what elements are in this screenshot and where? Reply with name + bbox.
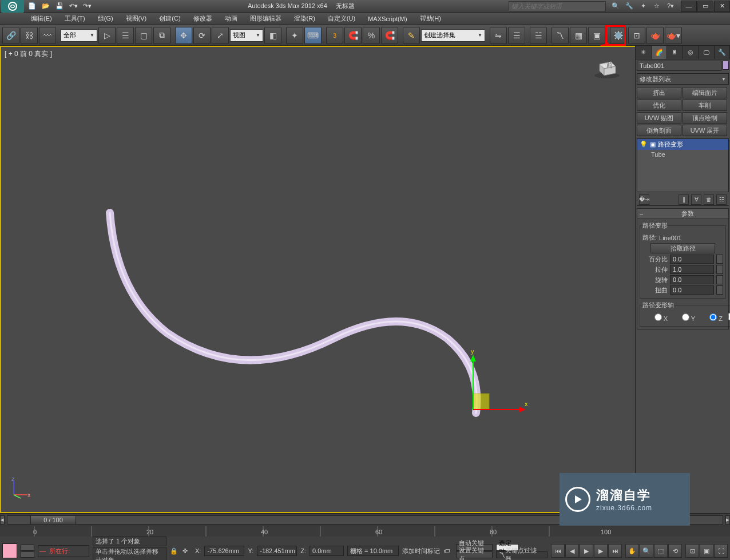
pick-path-button[interactable]: 拾取路径 — [650, 243, 715, 253]
time-tag-icon[interactable]: 🏷 — [443, 547, 453, 554]
axis-x-radio[interactable]: X — [642, 313, 668, 322]
mod-btn-optimize[interactable]: 优化 — [637, 100, 681, 111]
search-icon[interactable]: 🔍 — [609, 1, 622, 12]
twist-spinner-arrows[interactable] — [716, 285, 723, 295]
pivot-icon[interactable]: ◧ — [264, 27, 281, 44]
flip-checkbox[interactable]: 翻转 — [725, 313, 730, 323]
mod-btn-unwrap[interactable]: UVW 展开 — [683, 125, 727, 136]
stretch-spinner[interactable]: 1.0 — [670, 265, 714, 274]
named-selection-dropdown[interactable]: 创建选择集▼ — [421, 29, 485, 42]
x-field[interactable]: -75.626mm — [204, 546, 244, 556]
manipulate-icon[interactable]: ✦ — [286, 27, 303, 44]
viewport-fov-icon[interactable]: ⬚ — [654, 544, 668, 558]
mirror-icon[interactable]: ⇋ — [490, 27, 507, 44]
rotate-icon[interactable]: ⟳ — [193, 27, 211, 44]
unlink-icon[interactable]: ⛓ — [21, 27, 38, 44]
menu-customize[interactable]: 自定义(U) — [323, 13, 360, 24]
selection-filter-dropdown[interactable]: 全部▼ — [61, 29, 97, 42]
rotate-spinner-arrows[interactable] — [716, 275, 723, 284]
app-icon[interactable] — [1, 0, 24, 13]
keyboard-shortcut-icon[interactable]: ⌨ — [304, 27, 322, 44]
percent-snap-icon[interactable]: % — [363, 27, 380, 44]
link-icon[interactable]: 🔗 — [2, 27, 19, 44]
show-end-icon[interactable]: ∥ — [679, 194, 689, 205]
time-slider-thumb[interactable]: 0 / 100 — [30, 515, 76, 525]
percent-spinner[interactable]: 0.0 — [670, 255, 714, 264]
window-crossing-icon[interactable]: ⧉ — [153, 27, 170, 44]
setkey-button[interactable]: 设置关键点 — [456, 551, 493, 558]
search-input[interactable] — [509, 1, 606, 11]
exchange-icon[interactable]: ✦ — [637, 1, 649, 12]
set-key-icon[interactable] — [21, 545, 34, 551]
viewport-zoomext-icon[interactable]: ⊡ — [685, 544, 699, 558]
render-frame-icon[interactable]: ⊡ — [628, 27, 645, 44]
key-icon[interactable]: 🔧 — [623, 1, 636, 12]
menu-edit[interactable]: 编辑(E) — [26, 13, 57, 24]
viewport-zoom-icon[interactable]: 🔍 — [640, 544, 653, 558]
rect-select-icon[interactable]: ▢ — [135, 27, 152, 44]
rollout-params-header[interactable]: − 参数 — [637, 209, 728, 219]
key-filter-button[interactable]: 〽 关键点过滤器... — [496, 551, 548, 558]
menu-tools[interactable]: 工具(T) — [60, 13, 90, 24]
open-icon[interactable]: 📂 — [39, 1, 53, 12]
menu-animation[interactable]: 动画 — [220, 13, 242, 24]
time-scroll-left[interactable]: ◂ — [0, 515, 5, 525]
tab-hierarchy[interactable]: ♜ — [667, 46, 683, 59]
twist-spinner[interactable]: 0.0 — [670, 285, 714, 295]
viewport-orbit-icon[interactable]: ⟲ — [668, 544, 682, 558]
time-ruler[interactable]: 0 20 40 60 80 100 — [0, 526, 730, 537]
menu-rendering[interactable]: 渲染(R) — [289, 13, 320, 24]
close-button[interactable]: ✕ — [714, 1, 730, 12]
viewport-region-icon[interactable]: ▣ — [700, 544, 713, 558]
redo-icon[interactable]: ↷▾ — [80, 1, 94, 12]
select-name-icon[interactable]: ☰ — [117, 27, 134, 44]
object-name-input[interactable] — [637, 61, 721, 71]
tab-utilities[interactable]: 🔧 — [715, 46, 731, 59]
undo-icon[interactable]: ↶▾ — [66, 1, 80, 12]
bind-icon[interactable]: 〰 — [39, 27, 56, 44]
mod-btn-vertexpaint[interactable]: 顶点绘制 — [683, 112, 727, 124]
curve-editor-icon[interactable]: 〽 — [552, 27, 569, 44]
goto-end-icon[interactable]: ⏭ — [608, 544, 622, 558]
prev-frame-icon[interactable]: ◀ — [565, 544, 579, 558]
modifier-list-dropdown[interactable]: 修改器列表▼ — [637, 73, 729, 85]
render-iterate-icon[interactable]: 🫖▾ — [665, 27, 682, 44]
tab-create[interactable]: ✳ — [636, 46, 652, 59]
scale-icon[interactable]: ⤢ — [212, 27, 229, 44]
key-mode-icon[interactable] — [21, 551, 34, 558]
y-field[interactable]: -182.451mm — [257, 546, 297, 556]
remove-mod-icon[interactable]: 🗑 — [704, 194, 714, 205]
addtime-label[interactable]: 添加时间标记 — [402, 547, 440, 555]
viewport-maximize-icon[interactable]: ⛶ — [714, 544, 728, 558]
maximize-button[interactable]: ▭ — [697, 1, 713, 12]
help-icon[interactable]: ?▾ — [664, 1, 677, 12]
percent-spinner-arrows[interactable] — [716, 255, 723, 264]
tab-display[interactable]: 🖵 — [699, 46, 715, 59]
select-icon[interactable]: ▷ — [98, 27, 116, 44]
mod-btn-uvwmap[interactable]: UVW 贴图 — [637, 112, 681, 124]
modifier-stack[interactable]: 💡 ▣ 路径变形 Tube — [637, 138, 729, 192]
axis-z-radio[interactable]: Z — [697, 313, 723, 322]
layers-icon[interactable]: ☱ — [530, 27, 547, 44]
render-setup-icon[interactable] — [610, 27, 627, 44]
menu-group[interactable]: 组(G) — [93, 13, 118, 24]
move-icon[interactable]: ✥ — [175, 27, 192, 44]
menu-view[interactable]: 视图(V) — [121, 13, 152, 24]
z-field[interactable]: 0.0mm — [310, 546, 344, 556]
stack-item-tube[interactable]: Tube — [637, 150, 728, 159]
minimize-button[interactable]: — — [681, 1, 697, 12]
snap-3-icon[interactable]: 3 — [326, 27, 343, 44]
mod-btn-extrude[interactable]: 挤出 — [637, 87, 681, 98]
next-frame-icon[interactable]: ▶ — [594, 544, 608, 558]
lock-icon[interactable]: 🔒 — [170, 547, 179, 555]
mod-btn-lathe[interactable]: 车削 — [683, 100, 727, 111]
align-icon[interactable]: ☰ — [508, 27, 525, 44]
lightbulb-icon[interactable]: 💡 — [640, 141, 648, 148]
stack-item-pathdeform[interactable]: 💡 ▣ 路径变形 — [637, 139, 728, 150]
configure-icon[interactable]: ☷ — [716, 194, 727, 205]
new-icon[interactable]: 📄 — [25, 1, 39, 12]
tab-motion[interactable]: ◎ — [683, 46, 699, 59]
viewport[interactable]: [ + 0 前 0 真实 ] 前 y x — [0, 46, 635, 513]
time-scroll-right[interactable]: ▸ — [725, 515, 730, 525]
menu-create[interactable]: 创建(C) — [154, 13, 185, 24]
